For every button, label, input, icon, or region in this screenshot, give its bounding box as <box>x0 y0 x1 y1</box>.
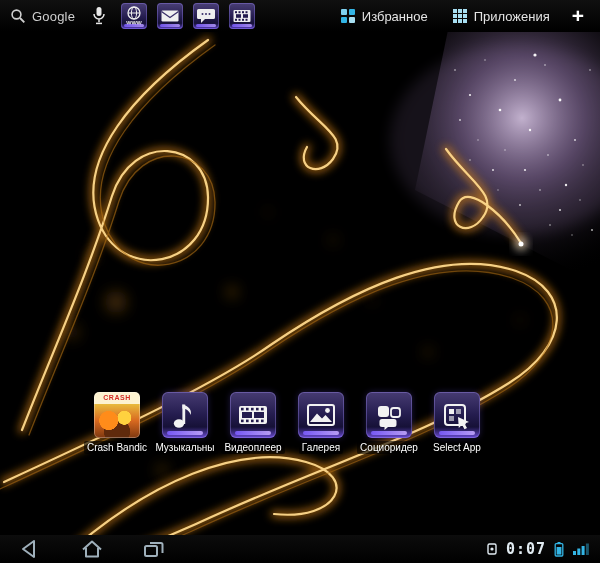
social-reader-icon <box>366 392 412 438</box>
crash-logo-text: CRASH <box>94 394 140 401</box>
home-icon <box>80 538 104 560</box>
microphone-icon <box>92 6 106 26</box>
app-label: Галерея <box>299 441 343 454</box>
battery-icon <box>554 541 564 557</box>
notification-icon <box>486 542 498 556</box>
gallery-photo-icon <box>298 392 344 438</box>
plus-icon: + <box>572 4 584 27</box>
favorites-label: Избранное <box>362 9 428 24</box>
home-button[interactable] <box>78 536 106 562</box>
signal-strength-icon <box>572 541 590 557</box>
recent-apps-button[interactable] <box>140 536 168 562</box>
home-screen-app-row: CRASH Crash Bandic Музыкальны Виде <box>84 392 490 454</box>
add-widget-button[interactable]: + <box>562 5 596 28</box>
app-label: Музыкальны <box>152 441 217 454</box>
navigation-buttons <box>10 536 168 562</box>
video-shortcut[interactable] <box>229 3 255 29</box>
select-app-icon <box>434 392 480 438</box>
app-social-reader[interactable]: Социоридер <box>356 392 422 454</box>
app-label: Социоридер <box>357 441 421 454</box>
system-bar: 0:07 <box>0 535 600 563</box>
social-shapes-glyph <box>366 392 412 438</box>
action-bar-left: Google WWW <box>4 0 265 32</box>
app-video-player[interactable]: Видеоплеер <box>220 392 286 454</box>
app-crash-bandicoot[interactable]: CRASH Crash Bandic <box>84 392 150 454</box>
back-icon <box>18 538 42 560</box>
globe-www-icon: WWW <box>124 5 144 27</box>
app-selector-glyph <box>434 392 480 438</box>
app-label: Select App <box>430 441 484 454</box>
apps-label: Приложения <box>474 9 550 24</box>
app-music-player[interactable]: Музыкальны <box>152 392 218 454</box>
chat-bubble-icon <box>196 7 216 25</box>
google-search-label: Google <box>32 9 75 24</box>
favorites-button[interactable]: Избранное <box>328 0 440 32</box>
search-icon <box>10 8 26 24</box>
status-area[interactable]: 0:07 <box>486 540 590 558</box>
light-pen-bright-tip <box>514 237 528 251</box>
film-strip-glyph <box>230 392 276 438</box>
apps-grid-icon <box>452 8 468 24</box>
action-bar-right: Избранное Приложения + <box>328 0 596 32</box>
action-bar: Google WWW <box>0 0 600 32</box>
app-label: Видеоплеер <box>221 441 284 454</box>
app-label: Crash Bandic <box>84 441 150 454</box>
recent-apps-icon <box>142 538 166 560</box>
favorites-icon <box>340 8 356 24</box>
music-note-icon <box>162 392 208 438</box>
crash-bandicoot-game-icon: CRASH <box>94 392 140 438</box>
apps-button[interactable]: Приложения <box>440 0 562 32</box>
music-note-glyph <box>162 392 208 438</box>
photo-glyph <box>298 392 344 438</box>
film-strip-icon <box>232 8 252 24</box>
home-screen-wallpaper <box>0 0 600 563</box>
email-shortcut[interactable] <box>157 3 183 29</box>
messaging-shortcut[interactable] <box>193 3 219 29</box>
envelope-icon <box>160 8 180 24</box>
video-player-icon <box>230 392 276 438</box>
back-button[interactable] <box>16 536 44 562</box>
browser-shortcut[interactable]: WWW <box>121 3 147 29</box>
voice-search-button[interactable] <box>85 0 113 32</box>
clock: 0:07 <box>506 540 546 558</box>
light-painting-wallpaper-art <box>0 0 600 563</box>
app-select-app[interactable]: Select App <box>424 392 490 454</box>
google-search-widget[interactable]: Google <box>4 0 85 32</box>
app-gallery[interactable]: Галерея <box>288 392 354 454</box>
svg-text:WWW: WWW <box>126 20 142 26</box>
